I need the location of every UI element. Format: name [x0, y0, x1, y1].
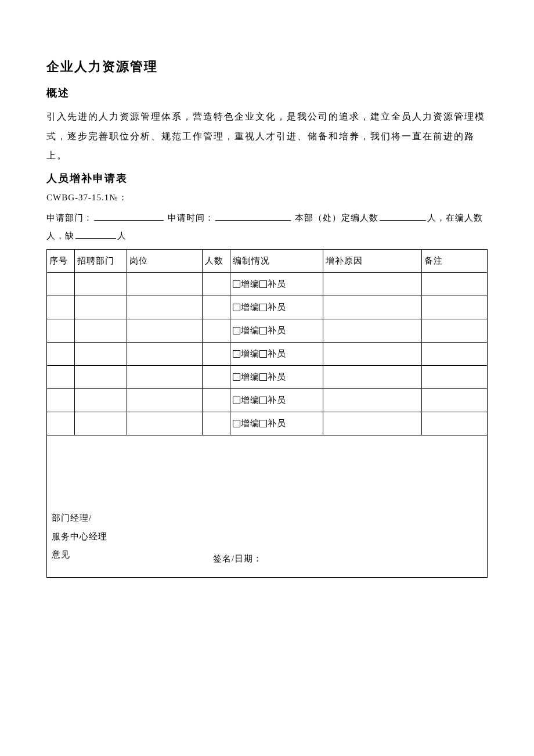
checkbox-icon[interactable] — [233, 420, 240, 427]
table-cell[interactable] — [203, 365, 230, 388]
table-cell[interactable] — [75, 319, 127, 342]
checkbox-icon[interactable] — [259, 373, 267, 381]
table-cell[interactable] — [127, 272, 203, 296]
table-cell[interactable]: 增编补员 — [230, 342, 323, 365]
table-row: 增编补员 — [47, 272, 488, 296]
table-cell[interactable] — [75, 365, 127, 388]
table-cell[interactable] — [422, 365, 488, 388]
table-cell[interactable] — [323, 412, 422, 435]
table-cell[interactable] — [422, 319, 488, 342]
table-cell[interactable] — [203, 319, 230, 342]
table-cell[interactable] — [47, 412, 75, 435]
checkbox-label-b: 补员 — [268, 395, 286, 405]
apply-time-label: 申请时间： — [168, 213, 214, 222]
table-cell[interactable] — [323, 272, 422, 296]
th-seq: 序号 — [47, 249, 75, 272]
table-cell[interactable] — [323, 296, 422, 319]
table-cell[interactable]: 增编补员 — [230, 319, 323, 342]
checkbox-icon[interactable] — [233, 397, 240, 404]
table-cell[interactable] — [323, 388, 422, 412]
table-cell[interactable]: 增编补员 — [230, 365, 323, 388]
table-cell[interactable] — [47, 342, 75, 365]
table-cell[interactable] — [75, 296, 127, 319]
table-cell[interactable] — [75, 388, 127, 412]
table-cell[interactable]: 增编补员 — [230, 296, 323, 319]
checkbox-label-a: 增编 — [241, 372, 259, 381]
table-cell[interactable] — [203, 342, 230, 365]
table-cell[interactable] — [127, 412, 203, 435]
table-cell[interactable]: 增编补员 — [230, 272, 323, 296]
table-cell[interactable] — [323, 319, 422, 342]
checkbox-icon[interactable] — [233, 280, 240, 288]
checkbox-icon[interactable] — [259, 420, 267, 427]
table-cell[interactable]: 增编补员 — [230, 388, 323, 412]
table-cell[interactable] — [323, 342, 422, 365]
table-cell[interactable] — [127, 296, 203, 319]
form-code: CWBG-37-15.1№： — [46, 192, 488, 203]
person-unit-2: 人 — [46, 231, 56, 240]
checkbox-label-b: 补员 — [268, 279, 286, 289]
table-cell[interactable] — [47, 296, 75, 319]
table-row: 增编补员 — [47, 365, 488, 388]
table-cell[interactable] — [422, 342, 488, 365]
apply-time-blank[interactable] — [215, 212, 291, 221]
apply-dept-label: 申请部门： — [46, 213, 93, 222]
short-label: ，缺 — [56, 231, 74, 240]
short-blank[interactable] — [75, 230, 116, 239]
table-cell[interactable] — [422, 272, 488, 296]
in-post-label: ，在编人数 — [436, 213, 483, 222]
table-cell[interactable] — [127, 365, 203, 388]
th-dept: 招聘部门 — [75, 249, 127, 272]
checkbox-icon[interactable] — [233, 350, 240, 358]
table-cell[interactable] — [323, 365, 422, 388]
comment-row: 部门经理/服务中心经理意见签名/日期： — [47, 435, 488, 577]
checkbox-label-a: 增编 — [241, 326, 259, 335]
table-cell[interactable] — [203, 296, 230, 319]
table-cell[interactable] — [127, 319, 203, 342]
checkbox-icon[interactable] — [233, 327, 240, 334]
checkbox-icon[interactable] — [259, 327, 267, 334]
th-reason: 增补原因 — [323, 249, 422, 272]
checkbox-label-b: 补员 — [268, 326, 286, 335]
table-row: 增编补员 — [47, 319, 488, 342]
checkbox-icon[interactable] — [259, 350, 267, 358]
table-cell[interactable] — [203, 272, 230, 296]
person-unit-1: 人 — [427, 213, 436, 222]
table-cell[interactable] — [75, 342, 127, 365]
form-heading: 人员增补申请表 — [46, 171, 488, 185]
table-cell[interactable] — [422, 388, 488, 412]
table-cell[interactable] — [47, 319, 75, 342]
checkbox-label-b: 补员 — [268, 349, 286, 358]
table-cell[interactable] — [127, 342, 203, 365]
table-row: 增编补员 — [47, 412, 488, 435]
dept-quota-blank[interactable] — [380, 212, 426, 221]
table-cell[interactable] — [203, 412, 230, 435]
checkbox-icon[interactable] — [259, 304, 267, 311]
table-cell[interactable] — [47, 365, 75, 388]
checkbox-icon[interactable] — [233, 373, 240, 381]
checkbox-label-a: 增编 — [241, 279, 259, 289]
main-title: 企业人力资源管理 — [46, 58, 488, 75]
table-cell[interactable] — [203, 388, 230, 412]
dept-quota-label: 本部（处）定编人数 — [295, 213, 378, 222]
checkbox-icon[interactable] — [259, 397, 267, 404]
table-cell[interactable] — [75, 412, 127, 435]
checkbox-icon[interactable] — [259, 280, 267, 288]
checkbox-label-a: 增编 — [241, 349, 259, 358]
apply-dept-blank[interactable] — [94, 212, 164, 221]
table-cell[interactable] — [422, 412, 488, 435]
th-num: 人数 — [203, 249, 230, 272]
comment-cell[interactable]: 部门经理/服务中心经理意见签名/日期： — [47, 435, 488, 577]
table-cell[interactable] — [75, 272, 127, 296]
table-cell[interactable] — [127, 388, 203, 412]
table-cell[interactable] — [47, 388, 75, 412]
table-cell[interactable] — [47, 272, 75, 296]
checkbox-icon[interactable] — [233, 304, 240, 311]
checkbox-label-a: 增编 — [241, 395, 259, 405]
overview-heading: 概述 — [46, 86, 488, 100]
th-post: 岗位 — [127, 249, 203, 272]
supplement-table: 序号 招聘部门 岗位 人数 编制情况 增补原因 备注 增编补员 增编补员 增编补… — [46, 249, 488, 578]
th-remark: 备注 — [422, 249, 488, 272]
table-cell[interactable]: 增编补员 — [230, 412, 323, 435]
table-cell[interactable] — [422, 296, 488, 319]
